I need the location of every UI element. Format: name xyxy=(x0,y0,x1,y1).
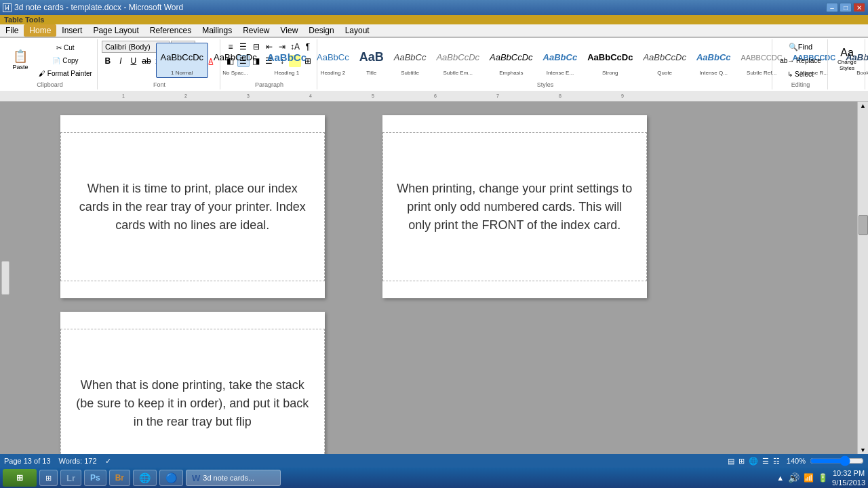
underline-button[interactable]: U xyxy=(127,55,140,67)
tray-arrow-icon[interactable]: ▲ xyxy=(776,474,784,482)
find-button[interactable]: 🔍 Find xyxy=(778,41,823,53)
taskbar-bridge[interactable]: Br xyxy=(109,470,130,486)
style-intense-em[interactable]: AaBbCc Intense E... xyxy=(538,43,583,78)
change-styles-button[interactable]: Aa Change Styles xyxy=(832,41,862,77)
style-quote-label: Quote xyxy=(657,70,672,76)
taskbar-clock: 10:32 PM 9/15/2013 xyxy=(832,468,865,488)
document-area: When it is time to print, place our inde… xyxy=(0,102,868,454)
change-styles-icon: Aa xyxy=(840,47,854,59)
status-left: Page 13 of 13 Words: 172 ✓ xyxy=(4,457,111,466)
scroll-up-arrow[interactable]: ▲ xyxy=(860,102,866,109)
style-subtitle[interactable]: AaBbCc Subtitle xyxy=(389,43,431,78)
taskbar-lightroom[interactable]: Lr xyxy=(60,470,81,486)
style-emphasis[interactable]: AaBbCcDc Emphasis xyxy=(485,43,538,78)
tab-references[interactable]: References xyxy=(144,24,197,37)
maximize-button[interactable]: □ xyxy=(840,3,852,12)
paragraph-label: Paragraph xyxy=(255,81,283,88)
card-outer-3[interactable]: When that is done printing, take the sta… xyxy=(60,312,325,454)
photoshop-icon: Ps xyxy=(90,473,100,483)
style-subtle-ref-label: Subtle Ref... xyxy=(747,70,776,76)
card-outer-2[interactable]: When printing, change your print setting… xyxy=(382,115,647,298)
style-emphasis-label: Emphasis xyxy=(499,70,523,76)
style-strong-label: Strong xyxy=(602,70,618,76)
scroll-thumb[interactable] xyxy=(859,215,868,235)
card-inner-1: When it is time to print, place our inde… xyxy=(60,132,325,281)
vertical-scrollbar[interactable]: ▲ ▼ xyxy=(857,102,868,454)
tab-view[interactable]: View xyxy=(275,24,304,37)
minimize-button[interactable]: – xyxy=(826,3,838,12)
style-subtle-em-preview: AaBbCcDc xyxy=(436,45,479,70)
editing-label: Editing xyxy=(791,81,810,88)
style-subtle-em-label: Subtle Em... xyxy=(443,70,473,76)
taskbar-firefox[interactable]: 🌐 xyxy=(133,470,157,486)
taskbar-explorer[interactable]: ⊞ xyxy=(39,470,58,486)
card-text-2[interactable]: When printing, change your print setting… xyxy=(397,180,633,235)
view-normal-icon[interactable]: ▤ xyxy=(728,457,734,466)
replace-button[interactable]: ab→ Replace xyxy=(778,54,823,66)
taskbar-chrome[interactable]: 🔵 xyxy=(159,470,183,486)
close-button[interactable]: ✕ xyxy=(853,3,865,12)
ruler: 1 2 3 4 5 6 7 8 9 xyxy=(0,91,868,102)
style-normal[interactable]: AaBbCcDc 1 Normal xyxy=(156,43,209,78)
style-strong[interactable]: AaBbCcDc Strong xyxy=(583,43,637,78)
bold-button[interactable]: B xyxy=(102,55,114,67)
explorer-icon: ⊞ xyxy=(45,474,52,483)
style-emphasis-preview: AaBbCcDc xyxy=(490,45,533,70)
taskbar-word[interactable]: W 3d note cards... xyxy=(186,470,281,486)
view-outline-icon[interactable]: ☰ xyxy=(762,457,769,466)
tab-home[interactable]: Home xyxy=(24,24,56,37)
tab-layout[interactable]: Layout xyxy=(340,24,375,37)
battery-icon[interactable]: 🔋 xyxy=(818,473,828,483)
zoom-slider[interactable] xyxy=(810,457,864,465)
card-wrapper-4-empty xyxy=(434,305,595,454)
style-title[interactable]: AaB Title xyxy=(355,43,389,78)
style-heading1[interactable]: AaBbCc Heading 1 xyxy=(262,43,311,78)
tab-review[interactable]: Review xyxy=(237,24,275,37)
style-intense-q[interactable]: AaBbCc Intense Q... xyxy=(692,43,736,78)
chrome-icon: 🔵 xyxy=(165,472,177,483)
style-no-spacing[interactable]: AaBbCcDc No Spac... xyxy=(209,43,262,78)
cards-grid: When it is time to print, place our inde… xyxy=(112,108,756,454)
view-draft-icon[interactable]: ☷ xyxy=(773,457,780,466)
style-no-spacing-label: No Spac... xyxy=(222,70,248,76)
strikethrough-button[interactable]: ab xyxy=(140,55,153,67)
card-text-1[interactable]: When it is time to print, place our inde… xyxy=(75,180,311,235)
italic-button[interactable]: I xyxy=(115,55,127,67)
zoom-level: 140% xyxy=(787,457,806,465)
style-quote[interactable]: AaBbCcDc Quote xyxy=(638,43,691,78)
view-fullscreen-icon[interactable]: ⊞ xyxy=(738,457,745,466)
style-intense-em-preview: AaBbCc xyxy=(543,45,578,70)
title-bar-controls[interactable]: – □ ✕ xyxy=(826,3,865,12)
copy-button[interactable]: 📄 Copy xyxy=(37,54,94,66)
tab-mailings[interactable]: Mailings xyxy=(197,24,237,37)
tab-design[interactable]: Design xyxy=(303,24,339,37)
style-subtitle-label: Subtitle xyxy=(401,70,419,76)
view-web-icon[interactable]: 🌐 xyxy=(749,457,758,466)
card-wrapper-2: When printing, change your print setting… xyxy=(434,108,595,305)
paste-button[interactable]: 📋 Paste xyxy=(5,42,35,79)
left-scroll-handle[interactable] xyxy=(1,261,9,295)
word-count: Words: 172 xyxy=(59,457,97,465)
format-painter-button[interactable]: 🖌 Format Painter xyxy=(37,67,94,79)
word-taskbar-label: 3d note cards... xyxy=(203,474,254,482)
select-button[interactable]: ↳ Select xyxy=(778,68,823,80)
start-button[interactable]: ⊞ xyxy=(3,469,37,487)
cut-button[interactable]: ✂ Cut xyxy=(37,41,94,54)
style-strong-preview: AaBbCcDc xyxy=(587,45,633,70)
card-text-3[interactable]: When that is done printing, take the sta… xyxy=(75,376,311,431)
tab-file[interactable]: File xyxy=(0,24,24,37)
card-inner-2: When printing, change your print setting… xyxy=(382,132,647,281)
style-heading2[interactable]: AaBbCc Heading 2 xyxy=(312,43,354,78)
title-bar-left: 🅆 3d note cards - template.docx - Micros… xyxy=(3,3,183,13)
tab-page-layout[interactable]: Page Layout xyxy=(87,24,144,37)
network-icon[interactable]: 📶 xyxy=(804,473,814,483)
tab-insert[interactable]: Insert xyxy=(56,24,87,37)
scroll-down-arrow[interactable]: ▼ xyxy=(860,447,866,453)
style-subtle-em[interactable]: AaBbCcDc Subtle Em... xyxy=(431,43,484,78)
status-right: ▤ ⊞ 🌐 ☰ ☷ 140% xyxy=(728,457,864,466)
page-count: Page 13 of 13 xyxy=(4,457,51,465)
volume-icon[interactable]: 🔊 xyxy=(788,472,800,483)
taskbar-photoshop[interactable]: Ps xyxy=(84,470,106,486)
card-outer-1[interactable]: When it is time to print, place our inde… xyxy=(60,115,325,298)
firefox-icon: 🌐 xyxy=(139,472,151,483)
